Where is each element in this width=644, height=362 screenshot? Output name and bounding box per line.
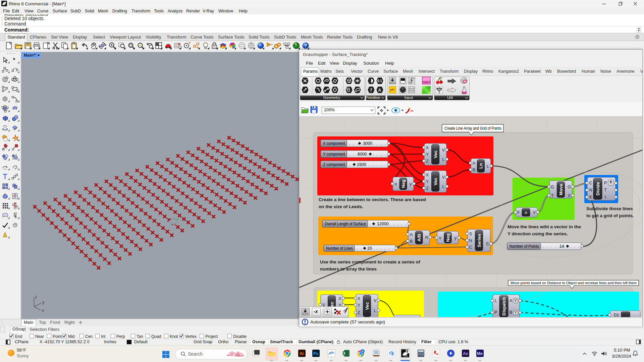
svg-text:T: T	[604, 188, 607, 192]
svg-text:Subdivide those lines: Subdivide those lines	[586, 206, 633, 211]
svg-text:G: G	[551, 184, 554, 189]
svg-text:X: X	[338, 296, 341, 301]
svg-text:B: B	[509, 310, 512, 315]
svg-text:L: L	[442, 157, 444, 162]
svg-text:R: R	[425, 235, 428, 240]
svg-text:K: K	[589, 195, 592, 199]
svg-text:1500: 1500	[357, 162, 366, 167]
svg-text:8: 8	[407, 350, 409, 353]
svg-text:on the size of Leeds.: on the size of Leeds.	[319, 204, 363, 209]
svg-text:?: ?	[304, 43, 307, 48]
svg-text:Y: Y	[358, 303, 361, 308]
svg-text:Neg: Neg	[445, 233, 450, 242]
svg-text:Divide: Divide	[595, 182, 600, 195]
svg-text:Z: Z	[358, 310, 360, 315]
svg-text:V: V	[442, 147, 445, 153]
svg-text:Vec: Vec	[365, 302, 370, 310]
svg-text:X: X	[568, 193, 571, 198]
svg-text:20: 20	[367, 246, 372, 251]
svg-text:N: N	[589, 188, 592, 192]
svg-text:Move: Move	[558, 184, 564, 195]
svg-text:V: V	[374, 298, 377, 303]
svg-text:C: C	[589, 181, 592, 185]
svg-text:Z: Z	[426, 186, 429, 191]
svg-text:Vec: Vec	[433, 150, 438, 158]
svg-text:!!: !!	[14, 194, 15, 197]
svg-text:Create a line between to vecto: Create a line between to vectors. These …	[319, 197, 426, 202]
svg-text:Ps: Ps	[313, 351, 318, 356]
svg-text:Number of Lines: Number of Lines	[326, 246, 353, 251]
svg-text:P: P	[604, 181, 607, 185]
svg-text:F: F	[517, 210, 520, 215]
svg-text:Number of Points: Number of Points	[509, 244, 539, 249]
svg-text:Move points based on Distance: Move points based on Distance to Object …	[511, 281, 637, 285]
svg-text:y: y	[410, 181, 412, 186]
svg-text:Z component: Z component	[323, 162, 345, 167]
svg-text:Y: Y	[426, 152, 429, 157]
svg-text:0.1: 0.1	[377, 79, 382, 83]
svg-text:N: N	[469, 238, 472, 243]
svg-text:X: X	[343, 351, 346, 355]
svg-text:14: 14	[559, 244, 564, 249]
svg-text:D1: D1	[614, 313, 619, 317]
svg-text:X: X	[426, 172, 429, 177]
svg-text:Neg: Neg	[401, 180, 406, 188]
svg-text:Z: Z	[426, 159, 429, 164]
svg-text:A: A	[509, 298, 512, 303]
svg-text:Y component: Y component	[323, 152, 345, 157]
svg-text:x: x	[439, 235, 441, 240]
svg-text:Dispatch: Dispatch	[501, 297, 506, 315]
svg-text:F: F	[362, 350, 364, 353]
svg-text:x: x	[395, 181, 397, 186]
svg-text:Vec: Vec	[433, 177, 438, 185]
svg-text:X: X	[426, 145, 429, 150]
svg-text:Ln: Ln	[478, 163, 483, 169]
svg-text:Ai: Ai	[300, 351, 304, 356]
svg-text:V: V	[442, 175, 445, 180]
svg-text:G: G	[568, 184, 571, 189]
svg-text:B: B	[410, 239, 413, 244]
svg-text:S: S	[469, 231, 472, 236]
svg-text:3000: 3000	[363, 141, 372, 146]
svg-text:X: X	[358, 296, 361, 301]
svg-text:6000: 6000	[358, 152, 367, 157]
svg-text:Y direction using the series.: Y direction using the series.	[507, 231, 568, 236]
svg-text:to get a grid of points.: to get a grid of points.	[586, 213, 634, 218]
svg-text:Overall Length of Surface: Overall Length of Surface	[325, 222, 366, 226]
svg-text:Move the lines wiht a vector i: Move the lines wiht a vector in the	[507, 224, 581, 229]
svg-text:7: 7	[370, 88, 372, 93]
svg-text:L: L	[486, 164, 489, 169]
svg-text:A: A	[410, 232, 413, 237]
svg-text:X component: X component	[323, 141, 345, 146]
svg-text:A: A	[378, 88, 381, 93]
svg-text:numbers to array the lines: numbers to array the lines	[320, 266, 377, 272]
svg-text:C: C	[469, 245, 472, 250]
svg-text:L: L	[442, 184, 444, 189]
svg-text:A/B: A/B	[417, 234, 422, 242]
svg-text:T: T	[551, 193, 554, 198]
svg-text:S: S	[486, 241, 489, 246]
svg-text:Create Line Array and Grid of: Create Line Array and Grid of Points	[444, 126, 501, 131]
svg-text:A: A	[473, 161, 476, 166]
svg-text:B: B	[473, 167, 476, 172]
svg-text:L: L	[374, 308, 376, 313]
svg-text:Series: Series	[477, 234, 482, 247]
svg-text:12000: 12000	[377, 222, 389, 226]
svg-text:Y: Y	[426, 179, 429, 184]
svg-text:>: >	[525, 210, 527, 215]
svg-text:Use the series component to cr: Use the series component to create a ser…	[320, 259, 420, 264]
svg-text:y: y	[454, 235, 457, 240]
svg-text:L: L	[495, 298, 497, 303]
svg-text:Me: Me	[477, 351, 483, 356]
svg-text:P: P	[494, 310, 497, 315]
svg-text:Ae: Ae	[463, 351, 468, 356]
svg-text:V: V	[533, 210, 536, 215]
